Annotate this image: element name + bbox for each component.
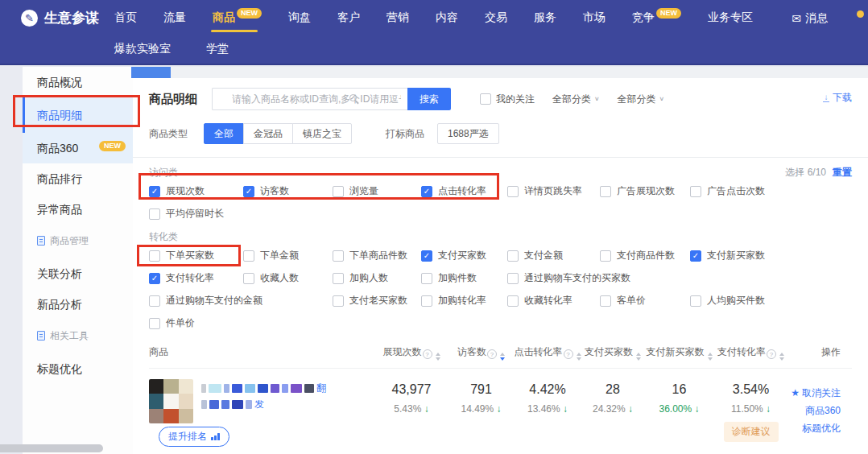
sidebar-item-商品管理[interactable]: 商品管理 <box>23 228 133 254</box>
column-header-展现次数[interactable]: 展现次数? <box>374 345 448 361</box>
category-dropdown-2[interactable]: 全部分类 ∨ <box>618 93 665 106</box>
search-button[interactable]: 搜索 <box>407 88 451 110</box>
checkbox-unchecked[interactable] <box>333 295 344 307</box>
sort-arrows-icon[interactable] <box>779 353 784 361</box>
horizontal-scrollbar[interactable] <box>0 444 103 452</box>
sort-asc-icon[interactable] <box>636 353 641 356</box>
checkbox-unchecked[interactable] <box>507 186 519 197</box>
column-header-点击转化率[interactable]: 点击转化率? <box>514 345 581 361</box>
metric-checkbox-件单价[interactable]: 件单价 <box>149 316 243 330</box>
metric-checkbox-支付转化率[interactable]: ✓支付转化率 <box>149 271 243 285</box>
metric-checkbox-支付新买家数[interactable]: ✓支付新买家数 <box>690 249 852 262</box>
sort-asc-icon[interactable] <box>779 353 784 356</box>
reset-button[interactable]: 重置 <box>833 167 852 178</box>
checkbox-unchecked[interactable] <box>507 250 519 262</box>
sidebar-item-商品排行[interactable]: 商品排行 <box>23 163 133 194</box>
active-tab-stub[interactable] <box>131 67 171 78</box>
sort-arrows-icon[interactable] <box>636 353 641 361</box>
nav-item-首页[interactable]: 首页 <box>114 10 137 25</box>
messages-button[interactable]: ✉ 消息 <box>792 11 828 26</box>
checkbox-unchecked[interactable] <box>600 250 611 262</box>
tag-button-1688严选[interactable]: 1688严选 <box>437 123 499 144</box>
checkbox-checked[interactable]: ✓ <box>149 273 160 284</box>
action-标题优化[interactable]: 标题优化 <box>787 419 841 437</box>
nav-item-内容[interactable]: 内容 <box>436 10 458 25</box>
brand[interactable]: ✎ 生意参谋 <box>21 9 114 27</box>
product-title[interactable]: 翻发 <box>201 379 326 423</box>
my-follow-checkbox[interactable]: 我的关注 <box>480 93 535 106</box>
info-icon[interactable]: ? <box>564 349 573 359</box>
metric-checkbox-展现次数[interactable]: ✓展现次数 <box>149 184 243 198</box>
metric-checkbox-点击转化率[interactable]: ✓点击转化率 <box>421 184 507 198</box>
checkbox-unchecked[interactable] <box>421 273 432 284</box>
metric-checkbox-支付老买家数[interactable]: 支付老买家数 <box>333 294 421 307</box>
checkbox-checked[interactable]: ✓ <box>421 186 432 197</box>
checkbox-unchecked[interactable] <box>333 250 344 262</box>
sort-desc-icon[interactable] <box>436 357 440 361</box>
checkbox-unchecked[interactable] <box>149 295 160 307</box>
sidebar-item-标题优化[interactable]: 标题优化 <box>23 353 133 384</box>
metric-checkbox-客单价[interactable]: 客单价 <box>600 294 690 307</box>
follow-checkbox-box[interactable] <box>480 93 491 105</box>
sort-arrows-icon[interactable] <box>708 353 713 361</box>
sidebar-item-异常商品[interactable]: 异常商品 <box>23 194 133 225</box>
metric-checkbox-广告点击次数[interactable]: 广告点击次数 <box>690 184 852 198</box>
nav-item-业务专区[interactable]: 业务专区 <box>708 10 753 25</box>
checkbox-unchecked[interactable] <box>690 295 701 307</box>
action-商品360[interactable]: 商品360 <box>787 402 841 419</box>
sort-desc-icon[interactable] <box>779 357 784 361</box>
sort-desc-icon[interactable] <box>500 357 505 361</box>
metric-checkbox-浏览量[interactable]: 浏览量 <box>333 184 421 198</box>
info-icon[interactable]: ? <box>767 349 776 359</box>
sidebar-item-关联分析[interactable]: 关联分析 <box>23 258 133 289</box>
metric-checkbox-支付商品件数[interactable]: 支付商品件数 <box>600 249 690 262</box>
sidebar-item-相关工具[interactable]: 相关工具 <box>23 323 133 349</box>
metric-checkbox-广告展现次数[interactable]: 广告展现次数 <box>600 184 690 198</box>
nav-subitem-爆款实验室[interactable]: 爆款实验室 <box>114 42 171 56</box>
metric-checkbox-通过购物车支付的金额[interactable]: 通过购物车支付的金额 <box>149 294 333 307</box>
metric-checkbox-详情页跳失率[interactable]: 详情页跳失率 <box>507 184 600 198</box>
column-header-访客数[interactable]: 访客数? <box>448 345 514 361</box>
metric-checkbox-下单金额[interactable]: 下单金额 <box>243 249 333 262</box>
sort-desc-icon[interactable] <box>636 357 641 361</box>
rank-boost-button[interactable]: 提升排名 <box>159 427 229 447</box>
metric-checkbox-下单商品件数[interactable]: 下单商品件数 <box>333 249 421 262</box>
checkbox-unchecked[interactable] <box>243 250 254 262</box>
checkbox-unchecked[interactable] <box>507 273 519 284</box>
download-button[interactable]: ↓ 下载 <box>823 91 852 105</box>
sort-asc-icon[interactable] <box>577 353 581 356</box>
info-icon[interactable]: ? <box>423 349 432 359</box>
search-input[interactable] <box>212 88 407 110</box>
metric-checkbox-访客数[interactable]: ✓访客数 <box>243 184 333 198</box>
action-取消关注[interactable]: ★取消关注 <box>787 384 841 402</box>
sort-desc-icon[interactable] <box>708 357 713 361</box>
type-button-金冠品[interactable]: 金冠品 <box>243 123 293 144</box>
sort-desc-icon[interactable] <box>577 357 581 361</box>
sort-arrows-icon[interactable] <box>436 353 440 361</box>
nav-item-询盘[interactable]: 询盘 <box>288 10 311 25</box>
metric-checkbox-人均购买件数[interactable]: 人均购买件数 <box>690 294 852 307</box>
nav-item-商品[interactable]: 商品NEW <box>213 10 262 25</box>
sort-asc-icon[interactable] <box>436 353 440 356</box>
checkbox-unchecked[interactable] <box>600 186 611 197</box>
sort-arrows-icon[interactable] <box>577 353 581 361</box>
column-header-支付新买家数[interactable]: 支付新买家数 <box>644 345 714 361</box>
metric-checkbox-加购件数[interactable]: 加购件数 <box>421 271 507 285</box>
nav-item-市场[interactable]: 市场 <box>583 10 606 25</box>
product-thumbnail[interactable] <box>149 379 193 423</box>
nav-item-服务[interactable]: 服务 <box>534 10 556 25</box>
sort-arrows-icon[interactable] <box>500 353 505 361</box>
sidebar-item-商品概况[interactable]: 商品概况 <box>23 67 133 97</box>
nav-item-客户[interactable]: 客户 <box>337 10 360 25</box>
metric-checkbox-通过购物车支付的买家数[interactable]: 通过购物车支付的买家数 <box>507 271 690 285</box>
checkbox-unchecked[interactable] <box>507 295 519 307</box>
type-button-镇店之宝[interactable]: 镇店之宝 <box>292 123 352 144</box>
metric-checkbox-支付买家数[interactable]: ✓支付买家数 <box>421 249 507 262</box>
nav-item-流量[interactable]: 流量 <box>163 10 186 25</box>
nav-item-竞争[interactable]: 竞争NEW <box>632 10 681 25</box>
sort-asc-icon[interactable] <box>708 353 713 356</box>
checkbox-checked[interactable]: ✓ <box>421 250 432 262</box>
checkbox-checked[interactable]: ✓ <box>690 250 701 262</box>
sidebar-item-商品360[interactable]: 商品360NEW <box>23 133 133 163</box>
metric-checkbox-加购人数[interactable]: 加购人数 <box>333 271 421 285</box>
